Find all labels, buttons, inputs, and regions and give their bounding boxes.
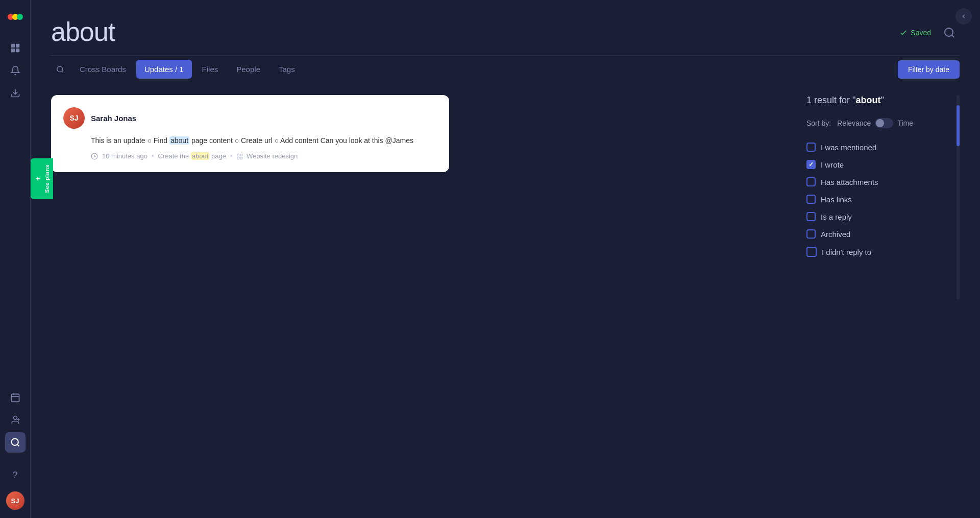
download-nav-icon[interactable]: [5, 83, 26, 103]
tab-files[interactable]: Files: [194, 60, 227, 79]
card-board: Website redesign: [236, 152, 298, 160]
svg-point-15: [945, 28, 953, 36]
svg-rect-5: [11, 49, 14, 52]
sort-time: Time: [897, 119, 913, 127]
sort-row: Sort by: Relevance Time: [806, 118, 952, 128]
svg-rect-20: [237, 157, 239, 159]
sort-toggle[interactable]: [875, 118, 893, 128]
filter-is-a-reply: Is a reply: [806, 208, 952, 225]
main-content: about Saved Cross: [31, 0, 980, 518]
calendar-nav-icon[interactable]: [5, 387, 26, 408]
checkbox-has-links[interactable]: [806, 195, 816, 204]
board-icon: [236, 153, 243, 160]
right-panel: 1 result for "about" Sort by: Relevance …: [786, 95, 960, 506]
filter-i-was-mentioned: I was mentioned: [806, 138, 952, 156]
header: about Saved: [31, 0, 980, 47]
help-nav-icon[interactable]: ?: [5, 465, 26, 485]
highlight-about-1: about: [169, 136, 189, 145]
saved-indicator: Saved: [899, 29, 931, 37]
scrollbar-track[interactable]: [957, 95, 960, 299]
bell-nav-icon[interactable]: [5, 60, 26, 81]
card-avatar: SJ: [63, 107, 85, 129]
svg-rect-21: [240, 157, 242, 159]
tab-tags[interactable]: Tags: [271, 60, 303, 79]
see-plans-tab[interactable]: + See plans: [31, 158, 53, 199]
sort-label: Sort by:: [806, 119, 831, 127]
svg-rect-4: [15, 44, 19, 48]
checkbox-is-a-reply[interactable]: [806, 212, 816, 221]
checkbox-i-was-mentioned[interactable]: [806, 143, 816, 152]
scrollbar-thumb[interactable]: [957, 105, 960, 146]
sidebar: ? SJ + See plans: [0, 0, 31, 518]
checkbox-has-attachments[interactable]: [806, 177, 816, 186]
highlight-about-2: about: [191, 152, 210, 160]
results-summary: 1 result for "about": [806, 95, 952, 106]
header-right: Saved: [899, 16, 960, 43]
filter-has-attachments: Has attachments: [806, 173, 952, 191]
filter-i-didnt-reply: I didn't reply to: [806, 243, 952, 261]
card-header: SJ Sarah Jonas: [63, 107, 437, 129]
svg-rect-18: [237, 154, 239, 156]
sort-options: Relevance Time: [837, 118, 913, 128]
sort-toggle-knob: [876, 119, 884, 127]
svg-point-14: [11, 439, 18, 445]
checkbox-archived[interactable]: [806, 229, 816, 239]
results-panel: SJ Sarah Jonas This is an update ○ Find …: [51, 95, 786, 506]
checkbox-i-wrote[interactable]: [806, 160, 816, 169]
card-body: This is an update ○ Find about page cont…: [63, 135, 437, 146]
collapse-button[interactable]: [955, 8, 972, 25]
content-area: SJ Sarah Jonas This is an update ○ Find …: [31, 83, 980, 518]
card-author-name: Sarah Jonas: [91, 114, 136, 123]
filter-has-links: Has links: [806, 191, 952, 208]
svg-rect-7: [11, 394, 19, 402]
user-avatar[interactable]: SJ: [6, 491, 24, 510]
tab-cross-boards[interactable]: Cross Boards: [71, 60, 134, 79]
time-icon: [91, 153, 98, 160]
svg-point-16: [57, 66, 63, 72]
card-meta: 10 minutes ago • Create the about page •…: [63, 152, 437, 160]
filter-by-date-button[interactable]: Filter by date: [898, 60, 960, 79]
filter-archived: Archived: [806, 225, 952, 243]
filter-i-wrote: I wrote: [806, 156, 952, 173]
grid-nav-icon[interactable]: [5, 38, 26, 58]
page-title: about: [51, 16, 115, 47]
header-search-button[interactable]: [939, 22, 960, 43]
update-card: SJ Sarah Jonas This is an update ○ Find …: [51, 95, 449, 172]
tab-updates[interactable]: Updates / 1: [136, 60, 192, 79]
tab-search-button[interactable]: [51, 60, 69, 79]
svg-rect-6: [15, 49, 19, 52]
svg-point-11: [13, 416, 17, 420]
svg-point-2: [17, 14, 23, 20]
tab-people[interactable]: People: [228, 60, 268, 79]
search-nav-icon[interactable]: [5, 432, 26, 453]
person-add-nav-icon[interactable]: [5, 410, 26, 430]
svg-rect-3: [11, 44, 14, 48]
filter-sidebar: 1 result for "about" Sort by: Relevance …: [786, 95, 952, 506]
card-location: Create the about page: [158, 152, 226, 160]
svg-rect-19: [240, 154, 242, 156]
sort-relevance: Relevance: [837, 119, 871, 127]
checkbox-i-didnt-reply[interactable]: [806, 247, 817, 257]
app-logo[interactable]: [7, 8, 24, 28]
